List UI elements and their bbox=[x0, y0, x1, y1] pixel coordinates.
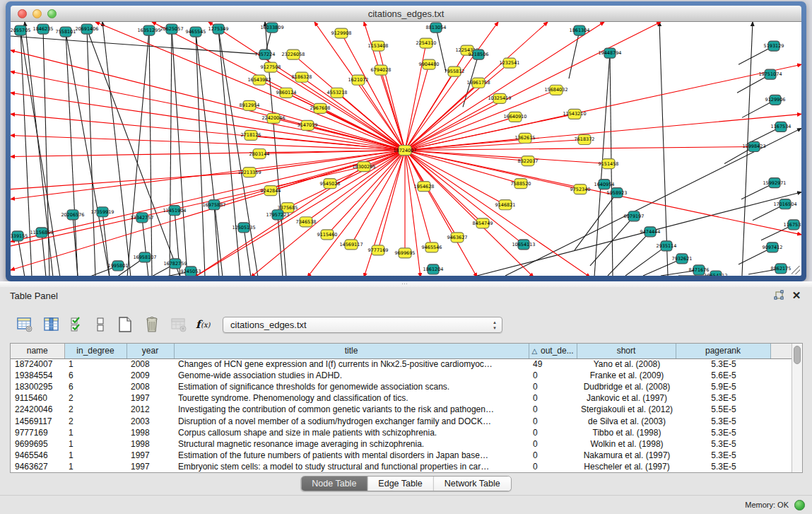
table-cell[interactable]: 0 bbox=[529, 415, 577, 426]
table-cell[interactable]: 2003 bbox=[126, 415, 174, 426]
table-row[interactable]: 1830029562008Estimation of significance … bbox=[11, 381, 792, 392]
table-cell[interactable]: Franke et al. (2009) bbox=[577, 370, 676, 381]
row-height-icon[interactable] bbox=[88, 314, 112, 335]
table-cell[interactable]: Embryonic stem cells: a model to study s… bbox=[174, 461, 529, 472]
tab-network-table[interactable]: Network Table bbox=[434, 477, 511, 491]
table-cell[interactable]: 19384554 bbox=[11, 370, 64, 381]
table-cell[interactable]: 9777169 bbox=[11, 427, 64, 438]
table-cell[interactable]: 5.6E-5 bbox=[676, 370, 770, 381]
table-cell[interactable]: 5.9E-5 bbox=[676, 381, 770, 392]
table-cell[interactable]: 9465546 bbox=[11, 450, 64, 461]
float-panel-icon[interactable] bbox=[772, 290, 785, 303]
table-cell[interactable]: 1997 bbox=[126, 392, 174, 404]
table-cell[interactable]: 0 bbox=[529, 461, 577, 472]
table-cell[interactable]: de Silva et al. (2003) bbox=[577, 415, 676, 426]
table-vertical-scrollbar[interactable] bbox=[792, 344, 802, 472]
table-row[interactable]: 1938455462009Genome-wide association stu… bbox=[11, 370, 792, 381]
table-cell[interactable]: 5.3E-5 bbox=[676, 392, 770, 404]
table-cell[interactable]: Nakamura et al. (1997) bbox=[577, 450, 676, 461]
table-cell[interactable]: 6 bbox=[64, 381, 126, 392]
table-cell[interactable]: Investigating the contribution of common… bbox=[174, 404, 529, 415]
table-cell[interactable]: 1 bbox=[64, 450, 126, 461]
memory-ok-indicator-icon[interactable] bbox=[794, 500, 805, 510]
table-cell[interactable]: 0 bbox=[529, 438, 577, 450]
table-cell[interactable]: 22420046 bbox=[11, 404, 64, 415]
table-cell[interactable]: 1 bbox=[64, 438, 126, 450]
table-cell[interactable]: 1 bbox=[64, 358, 126, 370]
table-cell[interactable]: 18724007 bbox=[11, 358, 64, 370]
table-cell[interactable]: 2 bbox=[64, 404, 126, 415]
table-mode-icon[interactable] bbox=[11, 314, 38, 335]
table-cell[interactable]: 1998 bbox=[126, 427, 174, 438]
column-header-name[interactable]: name bbox=[11, 344, 64, 358]
table-row[interactable]: 911546021997Tourette syndrome. Phenomeno… bbox=[11, 392, 792, 404]
table-cell[interactable]: 0 bbox=[529, 404, 577, 415]
table-cell[interactable]: Dudbridge et al. (2008) bbox=[577, 381, 676, 392]
column-header-pagerank[interactable]: pagerank bbox=[676, 344, 770, 358]
table-cell[interactable]: 1998 bbox=[126, 438, 174, 450]
table-cell[interactable]: 2009 bbox=[126, 370, 174, 381]
column-checklist-icon[interactable] bbox=[65, 314, 88, 335]
table-cell[interactable]: 9699695 bbox=[11, 438, 64, 450]
close-panel-icon[interactable]: ✕ bbox=[791, 289, 802, 302]
table-cell[interactable]: 2008 bbox=[126, 358, 174, 370]
table-cell[interactable]: 14569117 bbox=[11, 415, 64, 426]
resize-grip[interactable] bbox=[792, 266, 800, 274]
table-cell[interactable]: 2012 bbox=[126, 404, 174, 415]
table-cell[interactable]: Estimation of significance thresholds fo… bbox=[174, 381, 529, 392]
table-cell[interactable]: Yano et al. (2008) bbox=[577, 358, 676, 370]
table-row[interactable]: 2242004622012Investigating the contribut… bbox=[11, 404, 792, 415]
table-row[interactable]: 946554611997Estimation of the future num… bbox=[11, 450, 792, 461]
table-row[interactable]: 1872400712008Changes of HCN gene express… bbox=[11, 358, 792, 370]
table-cell[interactable]: Jankovic et al. (1997) bbox=[577, 392, 676, 404]
function-builder-icon[interactable]: f (x) bbox=[192, 314, 216, 335]
table-cell[interactable]: 5.3E-5 bbox=[676, 427, 770, 438]
table-cell[interactable]: Corpus callosum shape and size in male p… bbox=[174, 427, 529, 438]
table-cell[interactable]: Tourette syndrome. Phenomenology and cla… bbox=[174, 392, 529, 404]
table-cell[interactable]: 0 bbox=[529, 450, 577, 461]
table-cell[interactable]: 0 bbox=[529, 370, 577, 381]
table-cell[interactable]: Estimation of the future numbers of pati… bbox=[174, 450, 529, 461]
table-cell[interactable]: 0 bbox=[529, 381, 577, 392]
table-cell[interactable]: 5.3E-5 bbox=[676, 450, 770, 461]
table-cell[interactable]: 2008 bbox=[126, 381, 174, 392]
create-table-icon[interactable] bbox=[112, 314, 139, 335]
table-cell[interactable]: Wolkin et al. (1998) bbox=[577, 438, 676, 450]
table-cell[interactable]: 0 bbox=[529, 427, 577, 438]
table-cell[interactable]: 5.3E-5 bbox=[676, 415, 770, 426]
table-cell[interactable]: Hescheler et al. (1997) bbox=[577, 461, 676, 472]
network-view-window[interactable]: citations_edges.txt 18724007232260589127… bbox=[6, 1, 806, 281]
table-row[interactable]: 1456911722003Disruption of a novel membe… bbox=[11, 415, 792, 426]
table-row[interactable]: 946362711997Embryonic stem cells: a mode… bbox=[11, 461, 792, 472]
panel-splitter[interactable] bbox=[0, 281, 812, 287]
tab-node-table[interactable]: Node Table bbox=[301, 477, 367, 491]
scrollbar-thumb[interactable] bbox=[794, 346, 801, 364]
tab-edge-table[interactable]: Edge Table bbox=[367, 477, 433, 491]
table-cell[interactable]: 9115460 bbox=[11, 392, 64, 404]
table-cell[interactable]: 5.3E-5 bbox=[676, 438, 770, 450]
table-cell[interactable]: 6 bbox=[64, 370, 126, 381]
network-canvas[interactable]: 1872400723226058912750816543982818632898… bbox=[11, 22, 801, 276]
column-header-short[interactable]: short bbox=[577, 344, 676, 358]
table-cell[interactable]: 0 bbox=[529, 392, 577, 404]
table-cell[interactable]: 9463627 bbox=[11, 461, 64, 472]
table-cell[interactable]: 1997 bbox=[126, 461, 174, 472]
column-header-year[interactable]: year bbox=[126, 344, 174, 358]
table-cell[interactable]: Changes of HCN gene expression and I(f) … bbox=[174, 358, 529, 370]
table-cell[interactable]: 2 bbox=[64, 392, 126, 404]
table-cell[interactable]: Structural magnetic resonance image aver… bbox=[174, 438, 529, 450]
table-cell[interactable]: 2 bbox=[64, 415, 126, 426]
table-cell[interactable]: 1 bbox=[64, 461, 126, 472]
table-cell[interactable]: Genome-wide association studies in ADHD. bbox=[174, 370, 529, 381]
column-header-out_de[interactable]: △ out_de... bbox=[529, 344, 577, 358]
table-cell[interactable]: 18300295 bbox=[11, 381, 64, 392]
table-cell[interactable]: 1 bbox=[64, 427, 126, 438]
table-row[interactable]: 969969511998Structural magnetic resonanc… bbox=[11, 438, 792, 450]
delete-table-icon[interactable] bbox=[139, 314, 165, 335]
network-window-titlebar[interactable]: citations_edges.txt bbox=[11, 6, 801, 22]
table-selector-dropdown[interactable]: citations_edges.txt ▲▼ bbox=[223, 317, 502, 333]
table-cell[interactable]: Disruption of a novel member of a sodium… bbox=[174, 415, 529, 426]
column-header-in_degree[interactable]: in_degree bbox=[64, 344, 126, 358]
table-cell[interactable]: Stergiakouli et al. (2012) bbox=[577, 404, 676, 415]
table-cell[interactable]: 5.3E-5 bbox=[676, 461, 770, 472]
